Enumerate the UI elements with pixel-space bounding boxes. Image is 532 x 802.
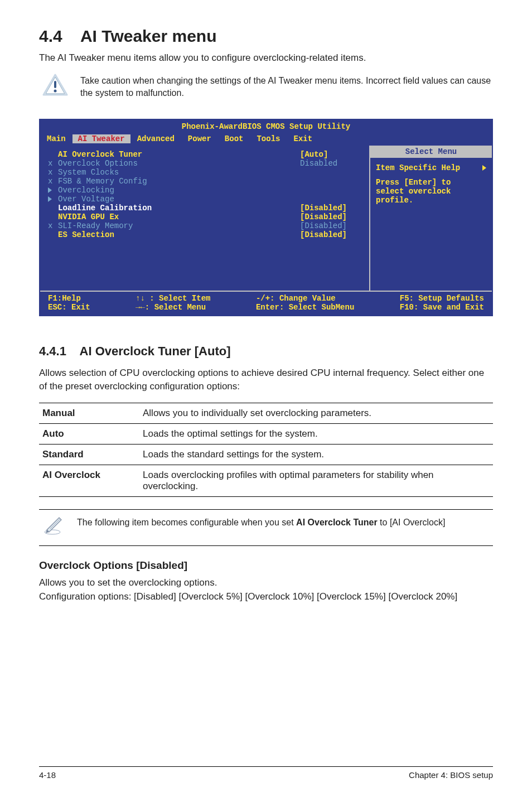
option-name: Manual: [39, 403, 139, 424]
bios-footer-col2: ↑↓ : Select Item →←: Select Menu: [136, 294, 210, 312]
option-name: AI Overclock: [39, 465, 139, 497]
table-row: StandardLoads the standard settings for …: [39, 445, 493, 465]
bios-item-value: Disabled: [300, 159, 361, 168]
bios-item-row[interactable]: AI Overclock Tuner[Auto]: [48, 150, 361, 159]
bios-item-label: AI Overclock Tuner: [58, 150, 300, 159]
table-row: AutoLoads the optimal settings for the s…: [39, 424, 493, 445]
row-marker: [48, 230, 58, 239]
bios-item-row[interactable]: xOverclock OptionsDisabled: [48, 159, 361, 168]
bios-help-panel: Select Menu Item Specific Help Press [En…: [369, 146, 492, 291]
bios-footer-col1: F1:Help ESC: Exit: [48, 294, 90, 312]
setup-defaults: F5: Setup Defaults: [400, 294, 484, 303]
option-desc: Loads the standard settings for the syst…: [139, 445, 493, 465]
note-bold: AI Overclock Tuner: [296, 518, 378, 527]
bios-item-value: [Disabled]: [300, 212, 361, 221]
section-intro: The AI Tweaker menu items allow you to c…: [39, 52, 493, 64]
row-marker: x: [48, 177, 58, 186]
table-row: ManualAllows you to individually set ove…: [39, 403, 493, 424]
bios-menubar: Main AI Tweaker Advanced Power Boot Tool…: [40, 133, 492, 146]
bios-item-value: [Disabled]: [300, 204, 361, 212]
bios-item-row[interactable]: Loadline Calibration[Disabled]: [48, 204, 361, 212]
option-name: Auto: [39, 424, 139, 445]
save-exit: F10: Save and Exit: [400, 303, 484, 312]
pencil-icon: [42, 513, 65, 535]
bios-tab-boot[interactable]: Boot: [218, 134, 250, 143]
submenu-triangle-icon: [48, 186, 58, 195]
bios-help-body: Item Specific Help Press [Enter] to sele…: [370, 158, 492, 210]
page-footer: 4-18 Chapter 4: BIOS setup: [39, 766, 493, 780]
bios-footer-col3: -/+: Change Value Enter: Select SubMenu: [256, 294, 354, 312]
bios-tab-advanced[interactable]: Advanced: [130, 134, 181, 143]
subsection-desc: Allows selection of CPU overclocking opt…: [39, 366, 493, 393]
bios-tab-exit[interactable]: Exit: [287, 134, 319, 143]
bios-footer: F1:Help ESC: Exit ↑↓ : Select Item →←: S…: [40, 291, 492, 315]
bios-item-row[interactable]: Over Voltage: [48, 195, 361, 204]
bios-item-row[interactable]: xSLI-Ready Memory[Disabled]: [48, 221, 361, 230]
bios-help-line2: select overclock: [376, 187, 486, 196]
bios-item-label: System Clocks: [58, 168, 300, 177]
subsection-number: 4.4.1: [39, 344, 66, 358]
bios-window-title: Phoenix-AwardBIOS CMOS Setup Utility: [40, 120, 492, 133]
section-title-text: AI Tweaker menu: [80, 27, 217, 45]
svg-rect-0: [54, 81, 56, 88]
bios-footer-col4: F5: Setup Defaults F10: Save and Exit: [400, 294, 484, 312]
bios-item-label: SLI-Ready Memory: [58, 221, 300, 230]
bios-item-value: [Disabled]: [300, 221, 361, 230]
bios-help-line1: Press [Enter] to: [376, 178, 486, 187]
row-marker: x: [48, 221, 58, 230]
option-desc: Loads the optimal settings for the syste…: [139, 424, 493, 445]
bios-item-row[interactable]: NVIDIA GPU Ex[Disabled]: [48, 212, 361, 221]
select-submenu: Enter: Select SubMenu: [256, 303, 354, 312]
option-desc: Allows you to individually set overclock…: [139, 403, 493, 424]
bios-item-row[interactable]: xSystem Clocks: [48, 168, 361, 177]
bios-item-label: Overclock Options: [58, 159, 300, 168]
bios-item-row[interactable]: xFSB & Memory Config: [48, 177, 361, 186]
bios-item-label: Loadline Calibration: [58, 204, 300, 212]
row-marker: x: [48, 159, 58, 168]
note-pre: The following item becomes configurable …: [77, 518, 296, 527]
bios-item-row[interactable]: Overclocking: [48, 186, 361, 195]
bios-tab-power[interactable]: Power: [181, 134, 218, 143]
caution-text: Take caution when changing the settings …: [80, 74, 493, 100]
bios-item-label: NVIDIA GPU Ex: [58, 212, 300, 221]
caution-icon: [42, 74, 68, 96]
bios-item-label: Overclocking: [58, 186, 300, 195]
triangle-right-icon: [48, 196, 52, 202]
table-row: AI OverclockLoads overclocking profiles …: [39, 465, 493, 497]
change-value: -/+: Change Value: [256, 294, 336, 303]
overclock-options-heading: Overclock Options [Disabled]: [39, 559, 493, 572]
f1-help: F1:Help: [48, 294, 81, 303]
bios-window: Phoenix-AwardBIOS CMOS Setup Utility Mai…: [39, 119, 493, 316]
bios-item-list: AI Overclock Tuner[Auto]xOverclock Optio…: [40, 146, 369, 291]
note-post: to [AI Overclock]: [378, 518, 446, 527]
caution-callout: Take caution when changing the settings …: [39, 74, 493, 100]
subsection-title-text: AI Overclock Tuner [Auto]: [80, 344, 231, 358]
submenu-triangle-icon: [48, 195, 58, 204]
select-menu: →←: Select Menu: [136, 303, 206, 312]
section-number: 4.4: [39, 27, 62, 45]
section-heading: 4.4 AI Tweaker menu: [39, 27, 493, 46]
note-text: The following item becomes configurable …: [77, 513, 445, 529]
option-name: Standard: [39, 445, 139, 465]
bios-item-value: [Disabled]: [300, 230, 361, 239]
bios-tab-main[interactable]: Main: [40, 134, 72, 143]
row-marker: [48, 204, 58, 212]
bios-content: AI Overclock Tuner[Auto]xOverclock Optio…: [40, 146, 492, 291]
bios-item-value: [300, 186, 361, 195]
row-marker: [48, 150, 58, 159]
option-desc: Loads overclocking profiles with optimal…: [139, 465, 493, 497]
bios-item-value: [Auto]: [300, 150, 361, 159]
bios-tab-ai-tweaker[interactable]: AI Tweaker: [72, 134, 130, 143]
overclock-line1: Allows you to set the overclocking optio…: [39, 576, 493, 590]
bios-item-value: [300, 168, 361, 177]
triangle-right-icon: [48, 187, 52, 193]
bios-item-row[interactable]: ES Selection[Disabled]: [48, 230, 361, 239]
bios-tab-tools[interactable]: Tools: [250, 134, 287, 143]
svg-line-5: [50, 519, 60, 529]
select-item: ↑↓ : Select Item: [136, 294, 210, 303]
chapter-label: Chapter 4: BIOS setup: [409, 770, 493, 780]
subsection-heading: 4.4.1 AI Overclock Tuner [Auto]: [39, 344, 493, 359]
page-number: 4-18: [39, 770, 56, 780]
triangle-right-icon: [482, 165, 486, 171]
overclock-line2: Configuration options: [Disabled] [Overc…: [39, 590, 493, 604]
